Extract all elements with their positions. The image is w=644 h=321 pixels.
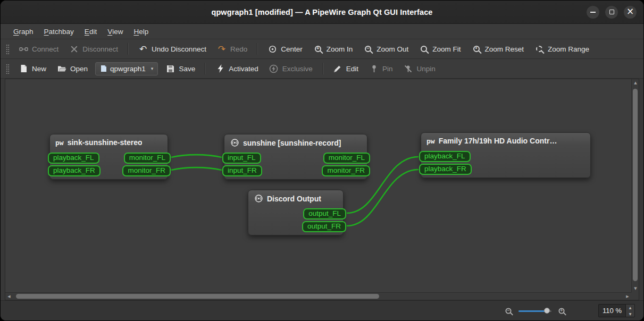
zoom-out-status-icon[interactable]: − xyxy=(504,306,513,315)
connection-monitor-fr-input-fr[interactable] xyxy=(171,167,222,170)
zoom-value[interactable]: 110 % xyxy=(599,305,625,317)
save-button[interactable]: Save xyxy=(160,61,200,77)
undo-disconnect-button[interactable]: ↶ Undo Disconnect xyxy=(133,41,212,57)
zoom-in-status-icon[interactable]: + xyxy=(557,306,566,315)
edit-pencil-icon xyxy=(333,64,342,73)
activated-button[interactable]: Activated xyxy=(210,61,264,77)
center-label: Center xyxy=(281,45,303,53)
maximize-button[interactable] xyxy=(605,6,618,19)
toolbar-grip[interactable] xyxy=(6,63,10,74)
disconnect-button[interactable]: Disconnect xyxy=(64,41,123,57)
horizontal-scrollbar[interactable]: ◀ ▶ xyxy=(5,292,631,300)
output-port[interactable]: monitor_FL xyxy=(323,153,370,164)
minimize-icon xyxy=(590,12,596,13)
titlebar[interactable]: qpwgraph1 [modified] — A PipeWire Graph … xyxy=(1,1,643,24)
input-port[interactable]: input_FR xyxy=(222,165,262,176)
disconnect-label: Disconnect xyxy=(82,45,118,53)
menu-item-help[interactable]: Help xyxy=(128,24,154,39)
input-port[interactable]: playback_FL xyxy=(48,153,99,164)
output-port[interactable]: monitor_FR xyxy=(122,165,171,176)
zoom-fit-icon xyxy=(419,45,429,54)
node-title: Family 17h/19h HD Audio Contr… xyxy=(439,137,557,145)
vertical-scroll-track[interactable] xyxy=(632,87,639,285)
window-title: qpwgraph1 [modified] — A PipeWire Graph … xyxy=(211,8,432,16)
node-header: sunshine [sunshine-record] xyxy=(224,134,367,147)
scroll-right-arrow[interactable]: ▶ xyxy=(624,293,631,300)
zoom-out-button[interactable]: − Zoom Out xyxy=(358,41,414,57)
pipewire-icon: pw xyxy=(55,139,64,147)
node-sink-sunshine-stereo[interactable]: pw sink-sunshine-stereo playback_FL play… xyxy=(49,134,168,180)
statusbar: − + 110 % ▲ ▼ xyxy=(1,300,643,320)
zoom-range-button[interactable]: Zoom Range xyxy=(529,41,595,57)
open-label: Open xyxy=(70,65,88,73)
output-port[interactable]: monitor_FR xyxy=(322,165,370,176)
menu-item-patchbay[interactable]: Patchbay xyxy=(39,24,79,39)
toolbar-separator xyxy=(205,63,206,74)
zoom-out-icon: − xyxy=(363,45,373,54)
menu-item-view[interactable]: View xyxy=(102,24,128,39)
close-icon: × xyxy=(626,7,634,16)
patchbay-select[interactable]: qpwgraph1 ▾ xyxy=(95,62,158,75)
redo-button[interactable]: ↷ Redo xyxy=(212,41,253,57)
exclusive-button[interactable]: Exclusive xyxy=(264,61,318,77)
output-port[interactable]: monitor_FL xyxy=(124,153,171,164)
scroll-down-arrow[interactable]: ▼ xyxy=(632,285,639,292)
input-port[interactable]: playback_FR xyxy=(48,165,101,176)
zoom-fit-button[interactable]: Zoom Fit xyxy=(414,41,466,57)
input-port[interactable]: input_FL xyxy=(222,153,261,164)
node-family-hd-audio[interactable]: pw Family 17h/19h HD Audio Contr… playba… xyxy=(421,132,591,178)
node-title: sink-sunshine-stereo xyxy=(68,138,143,147)
zoom-range-label: Zoom Range xyxy=(548,45,589,53)
new-button[interactable]: New xyxy=(13,61,52,77)
graph-canvas[interactable]: pw sink-sunshine-stereo playback_FL play… xyxy=(5,79,631,292)
connect-button[interactable]: Connect xyxy=(13,41,64,57)
center-button[interactable]: Center xyxy=(262,41,308,57)
menu-item-graph[interactable]: Graph xyxy=(8,24,39,39)
unpin-button[interactable]: Unpin xyxy=(398,61,441,77)
exclusive-bolt-icon xyxy=(269,64,279,73)
connect-label: Connect xyxy=(32,45,58,53)
zoom-out-label: Zoom Out xyxy=(377,45,408,53)
node-discord-output[interactable]: Discord Output output_FL output_FR xyxy=(248,190,344,235)
vertical-scrollbar[interactable]: ▲ ▼ xyxy=(631,79,639,292)
connect-icon xyxy=(19,45,28,54)
spin-down-arrow[interactable]: ▼ xyxy=(626,311,634,317)
zoom-fit-label: Zoom Fit xyxy=(432,45,461,53)
scroll-up-arrow[interactable]: ▲ xyxy=(632,79,639,87)
output-port[interactable]: output_FL xyxy=(303,208,346,219)
audio-device-icon xyxy=(254,194,263,203)
minimize-button[interactable] xyxy=(587,6,599,19)
close-button[interactable]: × xyxy=(624,6,637,19)
node-sunshine-record[interactable]: sunshine [sunshine-record] input_FL inpu… xyxy=(224,134,367,180)
output-port[interactable]: output_FR xyxy=(302,221,346,232)
patchbay-select-value: qpwgraph1 xyxy=(110,65,146,73)
zoom-spinbox[interactable]: 110 % ▲ ▼ xyxy=(598,304,635,317)
toolbar-grip[interactable] xyxy=(6,44,10,54)
zoom-reset-label: Zoom Reset xyxy=(485,45,524,53)
connection-monitor-fl-input-fl[interactable] xyxy=(171,155,222,157)
vertical-scroll-thumb[interactable] xyxy=(633,89,638,281)
zoom-slider[interactable] xyxy=(518,307,551,315)
edit-button[interactable]: Edit xyxy=(328,61,364,77)
toolbar-separator xyxy=(257,43,258,55)
zoom-slider-handle[interactable] xyxy=(544,308,550,314)
maximize-icon xyxy=(609,10,614,14)
node-title: sunshine [sunshine-record] xyxy=(243,139,341,147)
scroll-left-arrow[interactable]: ◀ xyxy=(5,293,13,300)
input-port[interactable]: playback_FR xyxy=(419,164,472,175)
horizontal-scroll-thumb[interactable] xyxy=(16,294,380,299)
menu-item-edit[interactable]: Edit xyxy=(79,24,102,39)
open-folder-icon xyxy=(57,64,66,73)
horizontal-scroll-track[interactable] xyxy=(13,293,624,300)
spin-up-arrow[interactable]: ▲ xyxy=(626,305,634,311)
edit-label: Edit xyxy=(346,65,358,73)
open-button[interactable]: Open xyxy=(52,61,93,77)
chevron-down-icon: ▾ xyxy=(151,66,154,71)
window-controls: × xyxy=(587,1,637,23)
zoom-reset-button[interactable]: • Zoom Reset xyxy=(466,41,530,57)
zoom-in-button[interactable]: + Zoom In xyxy=(308,41,358,57)
pin-button[interactable]: Pin xyxy=(364,61,398,77)
input-port[interactable]: playback_FL xyxy=(419,151,471,162)
undo-label: Undo Disconnect xyxy=(152,45,206,53)
zoom-slider-fill xyxy=(518,310,546,312)
